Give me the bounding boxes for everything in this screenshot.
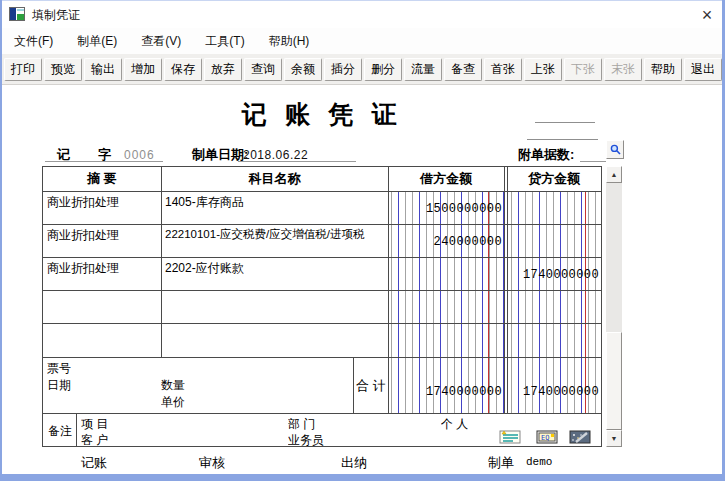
last-button: 末张 — [604, 58, 642, 81]
price-label: 单价 — [161, 394, 185, 411]
balance-button[interactable]: 余额 — [284, 58, 322, 81]
attach-top-line — [527, 139, 598, 140]
row3-account[interactable]: 2202-应付账款 — [165, 260, 385, 277]
auditor-label: 审核 — [199, 454, 225, 472]
attach-underline — [580, 161, 606, 162]
scroll-up-icon: ▲ — [611, 171, 618, 178]
table-line — [43, 290, 601, 291]
menu-help[interactable]: 帮助(H) — [261, 31, 318, 52]
prev-button[interactable]: 上张 — [524, 58, 562, 81]
qty-label: 数量 — [161, 377, 185, 394]
row2-account[interactable]: 22210101-应交税费/应交增值税/进项税 — [165, 227, 387, 242]
attach-count-label: 附单据数: — [518, 146, 574, 164]
voucher-title: 记 账 凭 证 — [42, 98, 602, 131]
menu-tools[interactable]: 工具(T) — [197, 31, 252, 52]
table-line — [507, 167, 508, 413]
scroll-thumb[interactable] — [606, 332, 622, 430]
exit-button[interactable]: 退出 — [684, 58, 722, 81]
table-line — [43, 357, 601, 358]
voucher-window: 填制凭证 × 文件(F) 制单(E) 查看(V) 工具(T) 帮助(H) 打印 … — [0, 0, 725, 481]
menu-file[interactable]: 文件(F) — [6, 31, 61, 52]
header-summary: 摘 要 — [43, 167, 161, 191]
title-right-line — [535, 122, 595, 123]
date-underline — [238, 161, 356, 162]
help-button[interactable]: 帮助 — [644, 58, 682, 81]
maker-name: demo — [526, 456, 552, 468]
bookkeeper-label: 记账 — [81, 454, 107, 472]
discard-button[interactable]: 放弃 — [204, 58, 242, 81]
person-label[interactable]: 个 人 — [441, 416, 468, 433]
export-button[interactable]: 输出 — [84, 58, 122, 81]
header-account: 科目名称 — [161, 167, 388, 191]
magnifier-icon — [610, 144, 621, 155]
table-line — [43, 224, 601, 225]
date-value[interactable]: 2018.06.22 — [243, 148, 308, 162]
maker-label: 制单 — [488, 454, 514, 472]
window-frame — [0, 0, 2, 481]
row2-debit-amount[interactable]: 240000000 — [434, 235, 502, 249]
scroll-down-button[interactable]: ▼ — [606, 430, 622, 447]
row1-debit-amount[interactable]: 1500000000 — [426, 202, 502, 216]
close-icon[interactable]: × — [695, 4, 719, 26]
table-line — [353, 357, 354, 413]
header-credit: 贷方金额 — [507, 167, 601, 191]
total-credit-amount: 1740000000 — [523, 385, 599, 399]
app-icon — [9, 7, 25, 21]
next-button: 下张 — [564, 58, 602, 81]
table-line — [43, 191, 601, 192]
project-label[interactable]: 项 目 — [81, 416, 108, 433]
scroll-down-icon: ▼ — [611, 435, 618, 442]
toolbar: 打印 预览 输出 增加 保存 放弃 查询 余额 插分 删分 流量 备查 首张 上… — [0, 54, 725, 85]
memo-button[interactable]: 备查 — [444, 58, 482, 81]
total-label: 合 计 — [355, 377, 387, 395]
table-line — [161, 167, 162, 357]
table-line — [76, 413, 77, 446]
svg-text:EQ: EQ — [541, 434, 549, 442]
window-frame — [0, 0, 725, 1]
attach-lookup-button[interactable] — [606, 140, 624, 159]
department-label[interactable]: 部 门 — [288, 416, 315, 433]
ticket-date-label: 日期 — [47, 377, 71, 394]
salesman-label[interactable]: 业务员 — [288, 432, 324, 449]
total-debit-amount: 1740000000 — [426, 385, 502, 399]
row3-summary[interactable]: 商业折扣处理 — [47, 260, 157, 277]
menubar: 文件(F) 制单(E) 查看(V) 工具(T) 帮助(H) — [0, 28, 725, 54]
row1-account[interactable]: 1405-库存商品 — [165, 194, 385, 211]
table-line — [43, 323, 601, 324]
table-line — [504, 167, 505, 413]
insert-line-button[interactable]: 插分 — [324, 58, 362, 81]
print-button[interactable]: 打印 — [4, 58, 42, 81]
table-line — [43, 257, 601, 258]
customer-label[interactable]: 客 户 — [81, 432, 108, 449]
query-button[interactable]: 查询 — [244, 58, 282, 81]
save-button[interactable]: 保存 — [164, 58, 202, 81]
word-underline — [45, 161, 163, 162]
delete-line-button[interactable]: 删分 — [364, 58, 402, 81]
add-button[interactable]: 增加 — [124, 58, 162, 81]
header-debit: 借方金额 — [388, 167, 504, 191]
preview-button[interactable]: 预览 — [44, 58, 82, 81]
row2-summary[interactable]: 商业折扣处理 — [47, 227, 157, 244]
table-line — [388, 167, 389, 413]
menu-view[interactable]: 查看(V) — [133, 31, 189, 52]
ticket-label: 票号 — [47, 360, 71, 377]
window-title: 填制凭证 — [32, 7, 80, 24]
window-frame — [0, 474, 725, 481]
voucher-number[interactable]: 0006 — [124, 148, 155, 162]
first-button[interactable]: 首张 — [484, 58, 522, 81]
voucher-table: 摘 要 科目名称 借方金额 贷方金额 商业折扣处理 1405-库存商品 1500… — [42, 166, 602, 447]
note-label: 备注 — [48, 423, 74, 440]
titlebar: 填制凭证 × — [0, 0, 725, 28]
row1-summary[interactable]: 商业折扣处理 — [47, 194, 157, 211]
note-icon[interactable] — [499, 430, 521, 444]
voucher-scrollbar[interactable]: ▲ ▼ — [606, 166, 622, 447]
wand-icon[interactable] — [569, 430, 591, 444]
scroll-up-button[interactable]: ▲ — [606, 166, 622, 183]
cashier-label: 出纳 — [341, 454, 367, 472]
menu-make[interactable]: 制单(E) — [69, 31, 125, 52]
cashflow-button[interactable]: 流量 — [404, 58, 442, 81]
table-line — [43, 413, 601, 414]
row3-credit-amount[interactable]: 1740000000 — [523, 268, 599, 282]
display-icon[interactable]: EQ — [536, 430, 558, 444]
